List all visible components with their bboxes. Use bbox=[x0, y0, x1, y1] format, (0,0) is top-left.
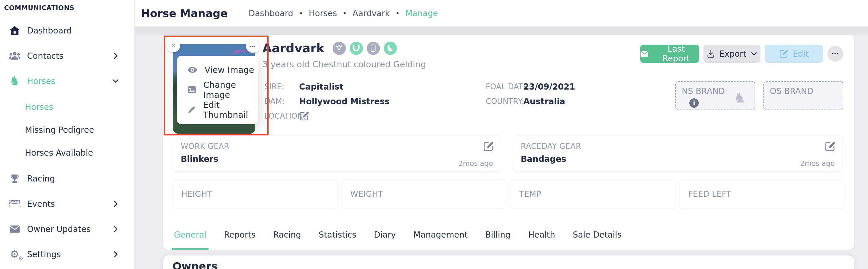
horseshoe-icon[interactable] bbox=[350, 42, 363, 55]
sidebar-item-settings[interactable]: ⚙ ⚙ Settings bbox=[0, 242, 134, 267]
info-icon[interactable]: i bbox=[689, 98, 699, 108]
submenu-item-horses-available[interactable]: Horses Available bbox=[25, 141, 134, 164]
sidebar-item-horses[interactable]: ♞ Horses bbox=[0, 68, 134, 94]
work-gear-timestamp: 2mos ago bbox=[458, 160, 493, 168]
raceday-gear-timestamp: 2mos ago bbox=[800, 160, 835, 168]
menu-item-edit-thumbnail[interactable]: Edit Thumbnail bbox=[177, 100, 258, 120]
tab-label: Sale Details bbox=[573, 230, 621, 240]
tab-management[interactable]: Management bbox=[412, 220, 469, 249]
edit-square-icon bbox=[779, 49, 788, 58]
os-brand-box[interactable]: OS BRAND bbox=[764, 81, 843, 110]
top-bar: Horse Manage Dashboard • Horses • Aardva… bbox=[134, 0, 868, 27]
users-icon bbox=[8, 50, 21, 62]
horse-manage-app: COMMUNICATIONS Dashboard Contacts ♞ Ho bbox=[0, 0, 868, 269]
thumbnail-more-button[interactable]: ••• bbox=[246, 39, 259, 53]
sidebar-item-contacts[interactable]: Contacts bbox=[0, 43, 134, 68]
export-label: Export bbox=[719, 49, 746, 59]
submenu-item-horses[interactable]: Horses bbox=[25, 95, 134, 119]
chevron-right-icon bbox=[113, 251, 119, 258]
last-report-label: Last Report bbox=[653, 44, 699, 63]
breadcrumb-dashboard[interactable]: Dashboard bbox=[249, 8, 293, 18]
close-icon: × bbox=[171, 40, 176, 51]
edit-button[interactable]: Edit bbox=[765, 45, 823, 63]
breadcrumb-manage[interactable]: Manage bbox=[405, 8, 438, 18]
height-box[interactable]: HEIGHT bbox=[173, 179, 337, 208]
tab-diary[interactable]: Diary bbox=[373, 220, 397, 249]
ns-brand-box[interactable]: NS BRAND i ♞ bbox=[675, 81, 755, 110]
more-actions-button[interactable]: ••• bbox=[828, 46, 843, 62]
foal-date-label: FOAL DATE: bbox=[486, 82, 523, 91]
tab-label: Management bbox=[413, 230, 467, 240]
tab-racing[interactable]: Racing bbox=[272, 220, 302, 249]
main-area: Horse Manage Dashboard • Horses • Aardva… bbox=[134, 0, 868, 269]
globe-icon[interactable] bbox=[384, 42, 397, 55]
weight-box[interactable]: WEIGHT bbox=[342, 179, 506, 208]
temp-box[interactable]: TEMP bbox=[511, 179, 675, 208]
close-image-button[interactable]: × bbox=[166, 39, 180, 52]
sidebar-item-label: Settings bbox=[27, 249, 61, 259]
work-gear-label: WORK GEAR bbox=[181, 142, 493, 150]
weight-label: WEIGHT bbox=[350, 190, 383, 199]
sidebar-item-label: Events bbox=[27, 199, 55, 209]
tab-billing[interactable]: Billing bbox=[484, 220, 512, 249]
tab-label: Billing bbox=[486, 230, 511, 240]
envelope-icon bbox=[8, 223, 21, 235]
menu-item-label: View Image bbox=[205, 65, 254, 75]
work-gear-value: Blinkers bbox=[181, 154, 493, 164]
download-icon bbox=[707, 49, 715, 58]
edit-raceday-gear-icon[interactable] bbox=[825, 141, 835, 152]
menu-item-change-image[interactable]: Change Image bbox=[177, 80, 258, 100]
tab-reports[interactable]: Reports bbox=[223, 220, 256, 249]
chevron-down-icon bbox=[751, 51, 757, 57]
sidebar-section-label: COMMUNICATIONS bbox=[0, 0, 134, 11]
raceday-gear-label: RACEDAY GEAR bbox=[521, 142, 835, 150]
tab-health[interactable]: Health bbox=[527, 220, 556, 249]
breadcrumb-aardvark[interactable]: Aardvark bbox=[352, 8, 390, 18]
tab-statistics[interactable]: Statistics bbox=[317, 220, 357, 249]
raceday-gear-card: RACEDAY GEAR Bandages 2mos ago bbox=[513, 136, 843, 171]
sidebar-item-events[interactable]: EVENT Events bbox=[0, 191, 134, 216]
dam-value: Hollywood Mistress bbox=[299, 97, 390, 106]
export-button[interactable]: Export bbox=[704, 45, 761, 63]
home-icon bbox=[8, 25, 21, 36]
page-body: × ••• View Image Change Image bbox=[134, 35, 868, 269]
tab-sale-details[interactable]: Sale Details bbox=[571, 220, 623, 249]
breadcrumb-horses[interactable]: Horses bbox=[309, 8, 337, 18]
active-tab-underline bbox=[172, 248, 209, 249]
menu-item-view-image[interactable]: View Image bbox=[177, 60, 258, 80]
tab-label: Health bbox=[528, 230, 555, 240]
owners-heading: Owners bbox=[173, 260, 854, 269]
last-report-button[interactable]: Last Report bbox=[640, 45, 699, 63]
horse-name: Aardvark bbox=[262, 41, 324, 55]
envelope-icon bbox=[640, 51, 649, 57]
sidebar-item-owner-updates[interactable]: Owner Updates bbox=[0, 216, 134, 242]
sidebar-item-label: Racing bbox=[27, 174, 55, 183]
edit-location-icon[interactable] bbox=[299, 111, 309, 121]
tab-general[interactable]: General bbox=[173, 220, 208, 249]
edit-work-gear-icon[interactable] bbox=[483, 141, 494, 152]
sidebar-item-dashboard[interactable]: Dashboard bbox=[0, 18, 134, 43]
chevron-right-icon bbox=[113, 226, 119, 232]
os-brand-label: OS BRAND bbox=[770, 86, 837, 96]
edit-label: Edit bbox=[793, 49, 809, 59]
menu-item-label: Change Image bbox=[203, 80, 258, 100]
ns-brand-horse-icon: ♞ bbox=[734, 90, 746, 106]
horse-description: 3 years old Chestnut coloured Gelding bbox=[262, 59, 426, 69]
work-gear-card: WORK GEAR Blinkers 2mos ago bbox=[173, 136, 501, 171]
gear-row: WORK GEAR Blinkers 2mos ago RACEDAY GEAR… bbox=[173, 136, 843, 171]
submenu-item-missing-pedigree[interactable]: Missing Pedigree bbox=[25, 119, 134, 141]
thumbnail-context-menu: View Image Change Image Edit Thumbnail bbox=[177, 56, 258, 124]
feed-left-box[interactable]: FEED LEFT bbox=[680, 179, 844, 208]
svg-text:EVENT: EVENT bbox=[11, 201, 19, 203]
pen-icon bbox=[187, 106, 196, 114]
horse-status-badges bbox=[333, 42, 397, 55]
phone-icon[interactable] bbox=[367, 42, 380, 55]
breadcrumb-separator: • bbox=[299, 10, 303, 17]
pedigree-icon[interactable] bbox=[333, 42, 346, 55]
sidebar-item-racing[interactable]: Racing bbox=[0, 166, 134, 191]
horse-icon: ♞ bbox=[8, 75, 21, 87]
sidebar-item-label: Owner Updates bbox=[27, 224, 91, 234]
birth-info-column: FOAL DATE: 23/09/2021 COUNTRY: Australia bbox=[486, 79, 575, 109]
detail-tabs: General Reports Racing Statistics Diary … bbox=[173, 220, 623, 249]
foal-date-value: 23/09/2021 bbox=[523, 82, 575, 92]
